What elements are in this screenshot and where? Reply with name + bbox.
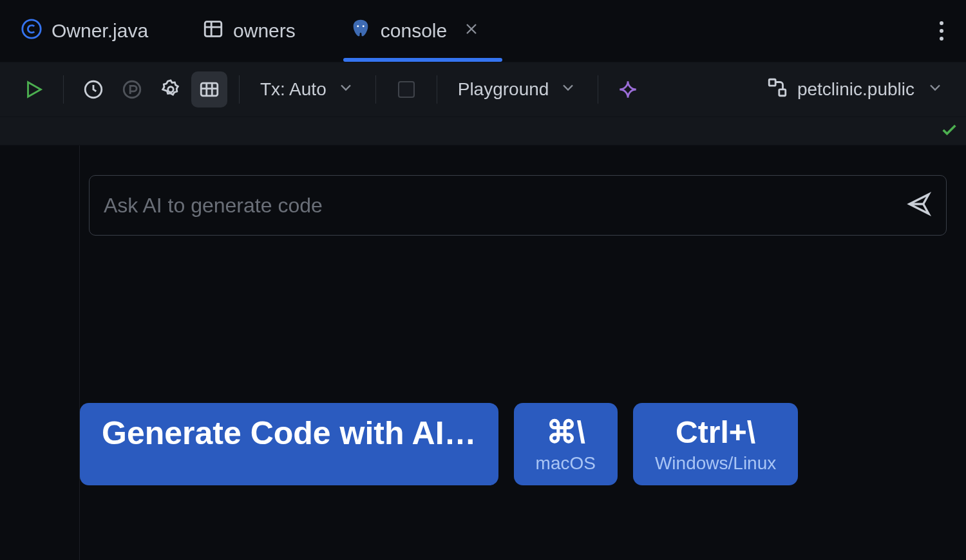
svg-point-5 [124, 81, 140, 98]
editor-tabs: Owner.java owners console [0, 0, 966, 62]
ai-prompt-input[interactable] [104, 194, 906, 218]
schema-selector[interactable]: petclinic.public [760, 77, 951, 103]
svg-point-0 [23, 19, 41, 37]
svg-rect-1 [205, 21, 222, 36]
history-button[interactable] [75, 71, 111, 107]
tab-overflow-menu[interactable] [926, 15, 957, 46]
schema-label: petclinic.public [797, 79, 914, 100]
class-icon [21, 18, 43, 44]
ai-prompt-box[interactable] [89, 175, 947, 236]
stop-button[interactable] [388, 71, 425, 107]
kebab-icon [940, 21, 943, 41]
svg-point-2 [357, 25, 359, 27]
tab-label: console [381, 20, 447, 42]
tab-label: Owner.java [52, 20, 148, 42]
chevron-down-icon [337, 79, 355, 101]
schema-icon [766, 77, 788, 103]
postgres-icon [350, 18, 372, 44]
editor-area: Generate Code with AI… ⌘\ macOS Ctrl+\ W… [0, 145, 966, 560]
view-table-button[interactable] [191, 71, 227, 107]
svg-point-6 [168, 87, 174, 93]
separator [375, 75, 376, 104]
check-icon [940, 121, 958, 142]
transaction-mode-dropdown[interactable]: Tx: Auto [251, 71, 364, 107]
chevron-down-icon [559, 79, 577, 101]
table-icon [202, 18, 224, 44]
preview-button[interactable] [114, 71, 150, 107]
playground-label: Playground [458, 79, 549, 100]
ai-assistant-button[interactable] [610, 71, 646, 107]
chevron-down-icon [926, 79, 944, 101]
tab-owner-java[interactable]: Owner.java [14, 0, 170, 62]
close-icon[interactable] [462, 20, 480, 42]
separator [63, 75, 64, 104]
editor-content[interactable]: Generate Code with AI… ⌘\ macOS Ctrl+\ W… [80, 145, 966, 560]
chip-sub: macOS [536, 454, 596, 474]
tab-label: owners [233, 20, 296, 42]
chip-keys: ⌘\ [546, 416, 585, 450]
playground-dropdown[interactable]: Playground [449, 71, 587, 107]
svg-rect-9 [779, 89, 786, 95]
console-toolbar: Tx: Auto Playground petc [0, 62, 966, 117]
send-icon[interactable] [906, 191, 932, 219]
svg-rect-8 [769, 79, 775, 86]
tab-owners[interactable]: owners [196, 0, 317, 62]
tx-label: Tx: Auto [260, 79, 327, 100]
run-button[interactable] [15, 71, 52, 107]
stop-icon [398, 81, 415, 98]
separator [598, 75, 598, 104]
chip-shortcut-windows-linux: Ctrl+\ Windows/Linux [633, 403, 798, 485]
chip-keys: Ctrl+\ [676, 416, 755, 450]
status-strip [0, 117, 966, 145]
settings-button[interactable] [153, 71, 189, 107]
chip-label: Generate Code with AI… [102, 416, 477, 451]
gutter [0, 145, 80, 560]
chip-shortcut-macos: ⌘\ macOS [514, 403, 618, 485]
hint-chips: Generate Code with AI… ⌘\ macOS Ctrl+\ W… [80, 403, 798, 485]
svg-point-3 [363, 25, 365, 27]
chip-sub: Windows/Linux [655, 454, 776, 474]
tab-console[interactable]: console [343, 0, 502, 62]
chip-generate-code: Generate Code with AI… [80, 403, 498, 485]
separator [437, 75, 437, 104]
separator [239, 75, 240, 104]
